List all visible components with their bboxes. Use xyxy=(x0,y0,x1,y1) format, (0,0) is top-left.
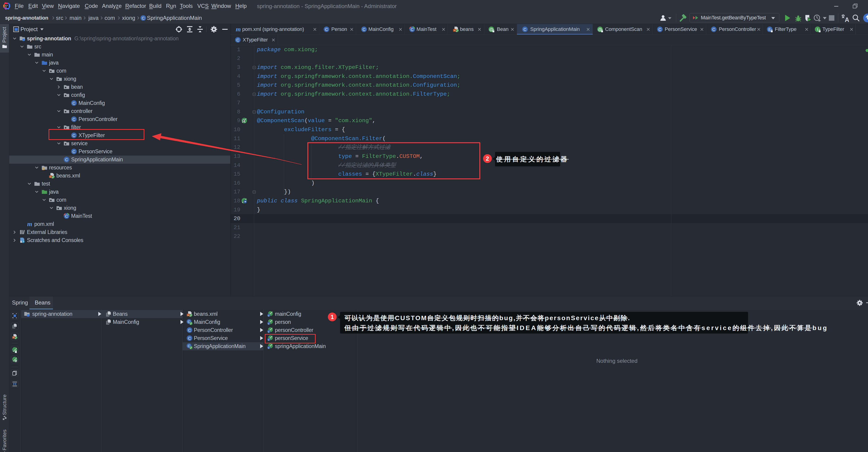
svg-text:IJ: IJ xyxy=(5,5,8,7)
svg-text:A: A xyxy=(845,17,849,23)
